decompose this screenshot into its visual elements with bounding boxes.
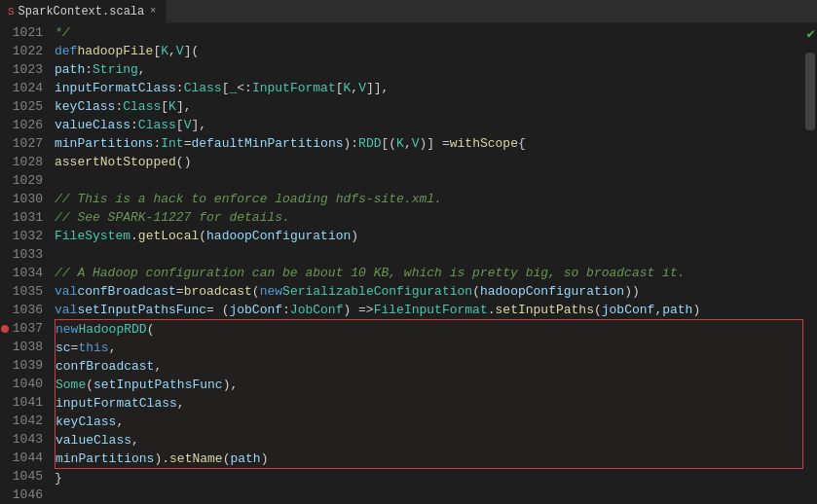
line-num-1030: 1030 [8,190,43,208]
line-num-1028: 1028 [8,153,43,171]
line-num-1046: 1046 [8,486,43,504]
tab-filename: SparkContext.scala [19,5,145,18]
file-icon: S [8,6,15,18]
code-line-1030: // This is a hack to enforce loading hdf… [55,190,803,208]
line-num-1025: 1025 [8,97,43,116]
line-num-1039: 1039 [8,356,43,375]
tab-close-button[interactable]: × [148,5,158,18]
code-editor[interactable]: */ def hadoopFile[K, V]( path: String, i… [51,23,803,504]
line-num-1027: 1027 [8,134,43,153]
line-numbers: 1021 1022 1023 1024 1025 1026 [0,23,51,504]
code-line-1039: confBroadcast, [56,357,802,376]
line-num-1021: 1021 [8,23,43,42]
code-line-1038: sc = this, [56,339,802,357]
line-num-1036: 1036 [8,301,43,319]
line-num-1023: 1023 [8,60,43,79]
code-line-1045: } [55,469,803,487]
code-line-1035: val confBroadcast = broadcast(new Serial… [55,282,803,301]
code-line-1026: valueClass: Class[V], [55,116,803,134]
line-num-1033: 1033 [8,245,43,264]
code-line-1040: Some(setInputPathsFunc), [56,376,802,394]
vertical-scrollbar[interactable]: ✔ [803,23,817,504]
file-tab[interactable]: S SparkContext.scala × [0,0,167,23]
selection-region: new HadoopRDD( sc = this, confBroadcast,… [55,319,803,469]
code-line-1023: path: String, [55,60,803,79]
line-num-1041: 1041 [8,393,43,412]
code-line-1037: new HadoopRDD( [56,320,802,339]
code-line-1028: assertNotStopped() [55,153,803,171]
line-num-1032: 1032 [8,227,43,245]
code-line-1046 [55,487,803,504]
line-num-1040: 1040 [8,375,43,393]
line-num-1029: 1029 [8,171,43,190]
code-line-1034: // A Hadoop configuration can be about 1… [55,264,803,282]
code-line-1042: keyClass, [56,413,802,431]
scrollbar-thumb[interactable] [805,53,815,130]
validation-checkmark: ✔ [807,25,815,42]
code-line-1029 [55,171,803,190]
line-num-1037: 1037 [8,319,43,338]
code-line-1044: minPartitions).setName(path) [56,450,802,468]
line-num-1024: 1024 [8,79,43,97]
line-num-1034: 1034 [8,264,43,282]
editor-container: S SparkContext.scala × 1021 1022 1023 10… [0,0,817,504]
line-num-1031: 1031 [8,208,43,227]
line-num-1042: 1042 [8,412,43,430]
code-line-1031: // See SPARK-11227 for details. [55,208,803,227]
tab-bar: S SparkContext.scala × [0,0,817,23]
line-num-1026: 1026 [8,116,43,134]
code-line-1033 [55,245,803,264]
line-num-1022: 1022 [8,42,43,60]
code-line-1024: inputFormatClass: Class[_ <: InputFormat… [55,79,803,97]
code-line-1041: inputFormatClass, [56,394,802,413]
code-line-1022: def hadoopFile[K, V]( [55,42,803,60]
code-line-1032: FileSystem.getLocal(hadoopConfiguration) [55,227,803,245]
line-num-1044: 1044 [8,449,43,467]
code-line-1043: valueClass, [56,431,802,450]
code-line-1027: minPartitions: Int = defaultMinPartition… [55,134,803,153]
code-line-1025: keyClass: Class[K], [55,97,803,116]
code-line-1021: */ [55,23,803,42]
line-num-1045: 1045 [8,467,43,486]
code-area: 1021 1022 1023 1024 1025 1026 [0,23,817,504]
line-num-1043: 1043 [8,430,43,449]
code-line-1036: val setInputPathsFunc = (jobConf: JobCon… [55,301,803,319]
line-num-1038: 1038 [8,338,43,356]
line-num-1035: 1035 [8,282,43,301]
